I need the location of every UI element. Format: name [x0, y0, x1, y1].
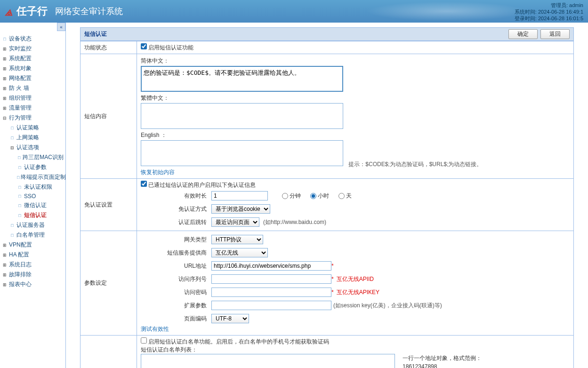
sidebar-item-微信认证[interactable]: 微信认证 [0, 200, 65, 210]
back-button[interactable]: 返回 [540, 29, 570, 39]
leaf-icon [17, 203, 23, 208]
whitelist-label: 短信认证白名单 [81, 336, 137, 368]
sidebar-item-网络配置[interactable]: 网络配置 [0, 73, 65, 83]
sidebar-item-跨三层MAC识别[interactable]: 跨三层MAC识别 [0, 152, 65, 162]
header-info: 管理员: admin 系统时间: 2024-06-28 16:49:1 登录时间… [515, 2, 583, 22]
exempt-checkbox[interactable] [141, 181, 147, 187]
valid-time-input[interactable] [211, 191, 268, 200]
expand-icon [2, 76, 8, 81]
provider-select[interactable]: 互亿无线 [211, 248, 268, 257]
collapse-icon [2, 116, 8, 120]
seq-required: * [331, 276, 334, 282]
unit-day-radio-label[interactable]: 天 [338, 192, 352, 200]
exempt-method-label: 免认证方式 [141, 205, 211, 213]
ext-label: 扩展参数 [141, 302, 211, 310]
sidebar-item-行为管理[interactable]: 行为管理 [0, 113, 65, 123]
admin-value: admin [569, 2, 583, 8]
enable-sms-checkbox-label[interactable]: 启用短信认证功能 [141, 44, 193, 51]
expand-icon [2, 263, 8, 267]
sidebar-item-流量管理[interactable]: 流量管理 [0, 103, 65, 113]
sidebar-item-VPN配置[interactable]: VPN配置 [0, 240, 65, 250]
ext-hint: (如session key(亿美)，企业接入码(联通)等) [333, 302, 442, 310]
sms-en-textarea[interactable] [141, 140, 343, 166]
provider-label: 短信服务提供商 [141, 249, 211, 257]
unit-min-radio[interactable] [282, 193, 288, 199]
unit-day-radio[interactable] [338, 193, 345, 199]
redirect-hint: (如http://www.baidu.com) [263, 218, 326, 226]
sidebar-item-未认证权限[interactable]: 未认证权限 [0, 182, 65, 192]
whitelist-checkbox[interactable] [141, 337, 147, 344]
restore-default-link[interactable]: 恢复初始内容 [141, 169, 175, 176]
brand-text: 任子行 [16, 4, 48, 18]
pwd-input[interactable] [211, 288, 331, 297]
unit-hour-radio[interactable] [310, 193, 316, 199]
pwd-label: 访问密码 [141, 288, 211, 296]
exempt-label: 免认证设置 [81, 179, 137, 231]
url-required: * [331, 263, 334, 269]
unit-min-radio-label[interactable]: 分钟 [282, 192, 301, 200]
sms-tw-textarea[interactable] [141, 103, 343, 129]
lang-tw-label: 繁體中文： [141, 94, 570, 102]
gateway-type-select[interactable]: HTTP协议 [211, 235, 263, 244]
sidebar-item-label: SSO [24, 193, 36, 200]
encoding-select[interactable]: UTF-8 [211, 314, 249, 323]
sidebar-collapse-button[interactable]: « [57, 23, 65, 31]
leaf-icon [17, 185, 23, 190]
sidebar-item-label: 系统对象 [9, 64, 32, 72]
test-validity-link[interactable]: 测试有效性 [141, 326, 169, 332]
url-input[interactable] [211, 261, 331, 271]
sidebar-item-label: 微信认证 [24, 201, 47, 209]
sidebar-item-报表中心[interactable]: 报表中心 [0, 280, 65, 289]
nav-tree: 设备状态实时监控系统配置系统对象网络配置防 火 墙组织管理流量管理行为管理认证策… [0, 32, 65, 291]
sidebar-item-系统对象[interactable]: 系统对象 [0, 64, 65, 73]
logo-area: ⟁ 任子行 网络安全审计系统 [5, 4, 123, 19]
sidebar-item-实时监控[interactable]: 实时监控 [0, 44, 65, 54]
sidebar-item-防 火 墙[interactable]: 防 火 墙 [0, 83, 65, 93]
whitelist-list-label: 短信认证白名单列表： [141, 346, 570, 354]
admin-label: 管理员: [551, 2, 568, 8]
whitelist-textarea[interactable] [141, 354, 395, 368]
sidebar-item-设备状态[interactable]: 设备状态 [0, 34, 65, 44]
sidebar-item-组织管理[interactable]: 组织管理 [0, 93, 65, 103]
sidebar-item-认证选项[interactable]: 认证选项 [0, 143, 65, 152]
redirect-select[interactable]: 最近访问页面 [211, 217, 259, 227]
sidebar-item-白名单管理[interactable]: 白名单管理 [0, 230, 65, 240]
whitelist-checkbox-label[interactable]: 启用短信认证白名单功能。启用后，在白名单中的手机号才能获取验证码 [141, 338, 329, 345]
pwd-required: * [331, 289, 334, 296]
content-hint: 提示：$CODE$;为动态验证码，$URL$;为动态链接。 [348, 161, 482, 168]
seq-input[interactable] [211, 274, 331, 284]
param-label: 参数设定 [81, 231, 137, 336]
exempt-checkbox-text: 已通过短信认证的用户启用以下免认证信息 [148, 182, 256, 188]
sidebar-item-系统配置[interactable]: 系统配置 [0, 54, 65, 64]
enable-sms-text: 启用短信认证功能 [148, 44, 193, 51]
sidebar-item-认证参数[interactable]: 认证参数 [0, 162, 65, 172]
sidebar-item-HA 配置[interactable]: HA 配置 [0, 250, 65, 260]
sidebar: « 设备状态实时监控系统配置系统对象网络配置防 火 墙组织管理流量管理行为管理认… [0, 23, 66, 368]
sidebar-item-短信认证[interactable]: 短信认证 [0, 210, 65, 220]
sidebar-item-label: HA 配置 [9, 251, 29, 259]
sidebar-item-label: 未认证权限 [24, 183, 52, 191]
lang-cn-label: 简体中文： [141, 57, 570, 65]
sidebar-item-故障排除[interactable]: 故障排除 [0, 270, 65, 280]
sidebar-item-上网策略[interactable]: 上网策略 [0, 133, 65, 143]
gateway-type-label: 网关类型 [141, 236, 211, 244]
enable-sms-checkbox[interactable] [141, 43, 147, 49]
unit-hour-radio-label[interactable]: 小时 [310, 192, 329, 200]
whitelist-checkbox-text: 启用短信认证白名单功能。启用后，在白名单中的手机号才能获取验证码 [148, 338, 329, 345]
sidebar-item-认证策略[interactable]: 认证策略 [0, 123, 65, 133]
exempt-method-select[interactable]: 基于浏览器cookie [211, 204, 270, 214]
sidebar-item-label: 故障排除 [9, 271, 32, 279]
sidebar-item-label: 流量管理 [9, 104, 32, 112]
ext-input[interactable] [211, 301, 331, 310]
sidebar-item-终端提示页面定制[interactable]: 终端提示页面定制 [0, 172, 65, 182]
sidebar-item-认证服务器[interactable]: 认证服务器 [0, 220, 65, 230]
ok-button[interactable]: 确定 [508, 29, 538, 39]
leaf-icon [9, 126, 15, 130]
sms-cn-textarea[interactable]: 您的验证码是：$CODE$。请不要把验证码泄露给其他人。 [141, 66, 343, 92]
sidebar-item-系统日志[interactable]: 系统日志 [0, 260, 65, 270]
sms-content-label: 短信内容 [81, 54, 137, 179]
redirect-label: 认证后跳转 [141, 218, 211, 226]
sidebar-item-SSO[interactable]: SSO [0, 192, 65, 200]
exempt-checkbox-label[interactable]: 已通过短信认证的用户启用以下免认证信息 [141, 182, 256, 188]
valid-time-label: 有效时长 [141, 192, 211, 200]
